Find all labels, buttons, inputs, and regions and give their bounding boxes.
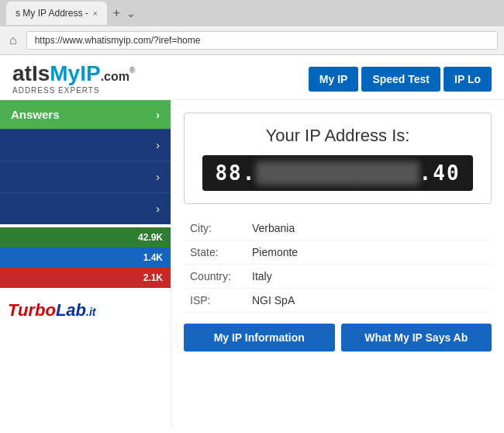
home-button[interactable]: ⌂ [6,30,20,50]
isp-label: ISP: [184,289,246,313]
my-ip-information-button[interactable]: My IP Information [184,324,335,352]
ip-start: 88. [215,161,256,185]
logo-reg: ® [129,66,135,74]
country-value: Italy [246,265,492,289]
stat-value-red: 2.1K [143,272,163,283]
logo-what: at [12,61,32,85]
logo-tagline: ADDRESS EXPERTS [12,86,135,95]
stat-value-blue: 1.4K [143,252,163,263]
chevron-right-icon: › [156,203,160,215]
ip-box: Your IP Address Is: 88.███████████.40 [184,113,492,204]
page-content: atIsMyIP.com® ADDRESS EXPERTS My IP Spee… [0,55,504,433]
lab-it-text: .it [86,306,95,318]
bottom-buttons: My IP Information What My IP Says Ab [184,324,492,352]
lab-text: Lab [56,300,86,320]
sidebar: Answers › › › › 42.9K 1.4K 2.1K [0,100,171,428]
isp-value: NGI SpA [246,289,492,313]
table-row: State: Piemonte [184,241,492,265]
country-label: Country: [184,265,246,289]
stat-value-green: 42.9K [138,232,163,243]
stats-area: 42.9K 1.4K 2.1K [0,227,171,288]
city-value: Verbania [246,216,492,241]
url-input[interactable] [26,31,498,50]
sidebar-answers-label: Answers [11,108,60,121]
main-content: Your IP Address Is: 88.███████████.40 Ci… [171,100,504,428]
logo: atIsMyIP.com® [12,63,135,85]
ip-end: .40 [419,161,461,185]
state-value: Piemonte [246,241,492,265]
logo-com: .com [101,70,129,83]
state-label: State: [184,241,246,265]
browser-chrome: s My IP Address - × + ⌄ ⌂ [0,0,504,55]
stat-bar-blue: 1.4K [0,248,171,268]
turbolab-logo: TurboLab.it [8,300,163,320]
ip-display: 88.███████████.40 [202,155,472,191]
tab-title: s My IP Address - [16,8,88,19]
logo-my: My [50,61,80,85]
ip-box-title: Your IP Address Is: [197,126,478,146]
chevron-right-icon: › [156,139,160,151]
info-table: City: Verbania State: Piemonte Country: … [184,216,492,313]
stat-bar-green: 42.9K [0,227,171,248]
turbolab-logo-area: TurboLab.it [0,294,171,327]
logo-area: atIsMyIP.com® ADDRESS EXPERTS [12,63,135,95]
address-bar: ⌂ [0,26,504,54]
active-tab[interactable]: s My IP Address - × [6,2,107,25]
nav-buttons: My IP Speed Test IP Lo [309,67,492,92]
sidebar-item-3[interactable]: › [0,192,171,224]
tab-menu-button[interactable]: ⌄ [126,7,136,19]
logo-is: Is [32,61,50,85]
table-row: City: Verbania [184,216,492,241]
main-layout: Answers › › › › 42.9K 1.4K 2.1K [0,100,504,428]
logo-ip: IP [80,61,100,85]
turbo-text: Turbo [8,300,56,320]
site-header: atIsMyIP.com® ADDRESS EXPERTS My IP Spee… [0,55,504,100]
chevron-right-icon: › [156,171,160,183]
sidebar-item-2[interactable]: › [0,161,171,192]
sidebar-answers-item[interactable]: Answers › [0,100,171,129]
ip-middle: ███████████ [256,161,419,185]
new-tab-button[interactable]: + [110,3,123,23]
speed-test-nav-button[interactable]: Speed Test [361,67,440,92]
tab-bar: s My IP Address - × + ⌄ [0,0,504,26]
my-ip-nav-button[interactable]: My IP [309,67,359,92]
city-label: City: [184,216,246,241]
what-my-ip-says-button[interactable]: What My IP Says Ab [341,324,492,352]
table-row: Country: Italy [184,265,492,289]
chevron-right-icon: › [156,109,160,121]
sidebar-item-1[interactable]: › [0,129,171,161]
close-icon[interactable]: × [93,9,98,18]
stat-bar-red: 2.1K [0,268,171,288]
ip-loc-nav-button[interactable]: IP Lo [444,67,492,92]
table-row: ISP: NGI SpA [184,289,492,313]
